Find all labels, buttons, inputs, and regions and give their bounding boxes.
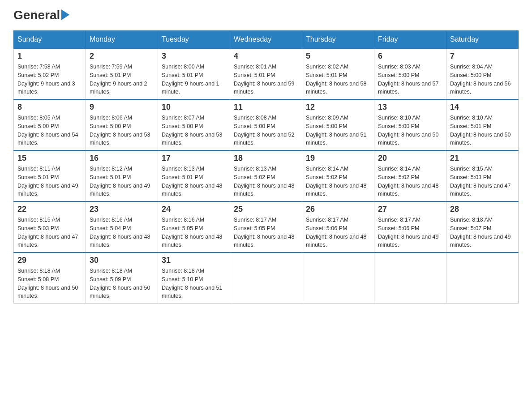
calendar-cell: 27 Sunrise: 8:17 AM Sunset: 5:06 PM Dayl…: [374, 201, 446, 253]
day-number: 30: [90, 256, 154, 265]
day-number: 18: [234, 154, 298, 163]
calendar-cell: 22 Sunrise: 8:15 AM Sunset: 5:03 PM Dayl…: [14, 201, 86, 253]
day-info: Sunrise: 8:05 AM Sunset: 5:00 PM Dayligh…: [17, 114, 82, 147]
day-info: Sunrise: 8:17 AM Sunset: 5:06 PM Dayligh…: [306, 216, 370, 249]
calendar-header-row: SundayMondayTuesdayWednesdayThursdayFrid…: [14, 31, 519, 49]
day-info: Sunrise: 8:15 AM Sunset: 5:03 PM Dayligh…: [450, 165, 515, 198]
day-number: 15: [17, 154, 82, 163]
calendar-cell: 19 Sunrise: 8:14 AM Sunset: 5:02 PM Dayl…: [302, 150, 374, 201]
day-info: Sunrise: 8:00 AM Sunset: 5:01 PM Dayligh…: [162, 63, 226, 96]
day-info: Sunrise: 8:11 AM Sunset: 5:01 PM Dayligh…: [17, 165, 82, 198]
day-number: 25: [234, 205, 298, 214]
day-info: Sunrise: 8:01 AM Sunset: 5:01 PM Dayligh…: [234, 63, 298, 96]
calendar-cell: 4 Sunrise: 8:01 AM Sunset: 5:01 PM Dayli…: [230, 48, 302, 99]
calendar-cell: 30 Sunrise: 8:18 AM Sunset: 5:09 PM Dayl…: [86, 253, 158, 304]
day-info: Sunrise: 8:13 AM Sunset: 5:02 PM Dayligh…: [234, 165, 298, 198]
calendar-cell: 31 Sunrise: 8:18 AM Sunset: 5:10 PM Dayl…: [158, 253, 230, 304]
day-info: Sunrise: 8:09 AM Sunset: 5:00 PM Dayligh…: [306, 114, 370, 147]
calendar-cell: [446, 253, 519, 304]
day-info: Sunrise: 8:18 AM Sunset: 5:10 PM Dayligh…: [162, 267, 226, 300]
calendar-cell: 23 Sunrise: 8:16 AM Sunset: 5:04 PM Dayl…: [86, 201, 158, 253]
day-number: 23: [90, 205, 154, 214]
logo-general-text: General: [13, 9, 69, 21]
column-header-thursday: Thursday: [302, 31, 374, 49]
day-number: 5: [306, 51, 370, 61]
calendar-cell: 16 Sunrise: 8:12 AM Sunset: 5:01 PM Dayl…: [86, 150, 158, 201]
day-number: 4: [234, 51, 298, 61]
day-info: Sunrise: 8:14 AM Sunset: 5:02 PM Dayligh…: [378, 165, 442, 198]
day-info: Sunrise: 8:18 AM Sunset: 5:07 PM Dayligh…: [450, 216, 515, 249]
day-number: 3: [162, 51, 226, 61]
calendar-cell: 29 Sunrise: 8:18 AM Sunset: 5:08 PM Dayl…: [14, 253, 86, 304]
column-header-friday: Friday: [374, 31, 446, 49]
day-number: 1: [17, 51, 82, 61]
page-header: General: [13, 9, 519, 21]
day-number: 17: [162, 154, 226, 163]
calendar-cell: [302, 253, 374, 304]
day-number: 20: [378, 154, 442, 163]
day-number: 24: [162, 205, 226, 214]
day-number: 19: [306, 154, 370, 163]
day-info: Sunrise: 8:06 AM Sunset: 5:00 PM Dayligh…: [90, 114, 154, 147]
calendar-cell: 26 Sunrise: 8:17 AM Sunset: 5:06 PM Dayl…: [302, 201, 374, 253]
calendar-cell: 18 Sunrise: 8:13 AM Sunset: 5:02 PM Dayl…: [230, 150, 302, 201]
calendar-cell: 1 Sunrise: 7:58 AM Sunset: 5:02 PM Dayli…: [14, 48, 86, 99]
day-info: Sunrise: 8:16 AM Sunset: 5:05 PM Dayligh…: [162, 216, 226, 249]
day-number: 21: [450, 154, 515, 163]
week-row-4: 22 Sunrise: 8:15 AM Sunset: 5:03 PM Dayl…: [14, 201, 519, 253]
day-info: Sunrise: 8:03 AM Sunset: 5:00 PM Dayligh…: [378, 63, 442, 96]
day-number: 2: [90, 51, 154, 61]
day-info: Sunrise: 8:16 AM Sunset: 5:04 PM Dayligh…: [90, 216, 154, 249]
column-header-sunday: Sunday: [14, 31, 86, 49]
day-number: 12: [306, 103, 370, 112]
day-info: Sunrise: 7:58 AM Sunset: 5:02 PM Dayligh…: [17, 63, 82, 96]
day-info: Sunrise: 8:14 AM Sunset: 5:02 PM Dayligh…: [306, 165, 370, 198]
day-number: 11: [234, 103, 298, 112]
day-info: Sunrise: 8:15 AM Sunset: 5:03 PM Dayligh…: [17, 216, 82, 249]
calendar-cell: 13 Sunrise: 8:10 AM Sunset: 5:00 PM Dayl…: [374, 99, 446, 150]
day-number: 29: [17, 256, 82, 265]
day-info: Sunrise: 7:59 AM Sunset: 5:01 PM Dayligh…: [90, 63, 154, 96]
day-number: 8: [17, 103, 82, 112]
calendar-cell: 7 Sunrise: 8:04 AM Sunset: 5:00 PM Dayli…: [446, 48, 519, 99]
calendar-cell: 3 Sunrise: 8:00 AM Sunset: 5:01 PM Dayli…: [158, 48, 230, 99]
calendar-cell: 5 Sunrise: 8:02 AM Sunset: 5:01 PM Dayli…: [302, 48, 374, 99]
calendar-cell: 2 Sunrise: 7:59 AM Sunset: 5:01 PM Dayli…: [86, 48, 158, 99]
calendar-cell: 28 Sunrise: 8:18 AM Sunset: 5:07 PM Dayl…: [446, 201, 519, 253]
day-number: 13: [378, 103, 442, 112]
calendar-cell: 14 Sunrise: 8:10 AM Sunset: 5:01 PM Dayl…: [446, 99, 519, 150]
day-info: Sunrise: 8:10 AM Sunset: 5:01 PM Dayligh…: [450, 114, 515, 147]
calendar-cell: [374, 253, 446, 304]
day-info: Sunrise: 8:13 AM Sunset: 5:01 PM Dayligh…: [162, 165, 226, 198]
calendar-cell: [230, 253, 302, 304]
day-info: Sunrise: 8:17 AM Sunset: 5:06 PM Dayligh…: [378, 216, 442, 249]
calendar-cell: 20 Sunrise: 8:14 AM Sunset: 5:02 PM Dayl…: [374, 150, 446, 201]
day-number: 31: [162, 256, 226, 265]
week-row-3: 15 Sunrise: 8:11 AM Sunset: 5:01 PM Dayl…: [14, 150, 519, 201]
day-info: Sunrise: 8:18 AM Sunset: 5:09 PM Dayligh…: [90, 267, 154, 300]
day-number: 28: [450, 205, 515, 214]
day-info: Sunrise: 8:10 AM Sunset: 5:00 PM Dayligh…: [378, 114, 442, 147]
calendar-cell: 12 Sunrise: 8:09 AM Sunset: 5:00 PM Dayl…: [302, 99, 374, 150]
day-number: 22: [17, 205, 82, 214]
calendar-cell: 24 Sunrise: 8:16 AM Sunset: 5:05 PM Dayl…: [158, 201, 230, 253]
day-info: Sunrise: 8:17 AM Sunset: 5:05 PM Dayligh…: [234, 216, 298, 249]
calendar-cell: 25 Sunrise: 8:17 AM Sunset: 5:05 PM Dayl…: [230, 201, 302, 253]
day-info: Sunrise: 8:08 AM Sunset: 5:00 PM Dayligh…: [234, 114, 298, 147]
calendar-cell: 15 Sunrise: 8:11 AM Sunset: 5:01 PM Dayl…: [14, 150, 86, 201]
day-info: Sunrise: 8:02 AM Sunset: 5:01 PM Dayligh…: [306, 63, 370, 96]
column-header-saturday: Saturday: [446, 31, 519, 49]
day-number: 7: [450, 51, 515, 61]
day-info: Sunrise: 8:18 AM Sunset: 5:08 PM Dayligh…: [17, 267, 82, 300]
week-row-2: 8 Sunrise: 8:05 AM Sunset: 5:00 PM Dayli…: [14, 99, 519, 150]
calendar-cell: 8 Sunrise: 8:05 AM Sunset: 5:00 PM Dayli…: [14, 99, 86, 150]
calendar-table: SundayMondayTuesdayWednesdayThursdayFrid…: [13, 30, 519, 304]
calendar-cell: 9 Sunrise: 8:06 AM Sunset: 5:00 PM Dayli…: [86, 99, 158, 150]
day-number: 9: [90, 103, 154, 112]
week-row-1: 1 Sunrise: 7:58 AM Sunset: 5:02 PM Dayli…: [14, 48, 519, 99]
day-number: 27: [378, 205, 442, 214]
day-info: Sunrise: 8:12 AM Sunset: 5:01 PM Dayligh…: [90, 165, 154, 198]
calendar-cell: 6 Sunrise: 8:03 AM Sunset: 5:00 PM Dayli…: [374, 48, 446, 99]
day-number: 10: [162, 103, 226, 112]
day-number: 6: [378, 51, 442, 61]
